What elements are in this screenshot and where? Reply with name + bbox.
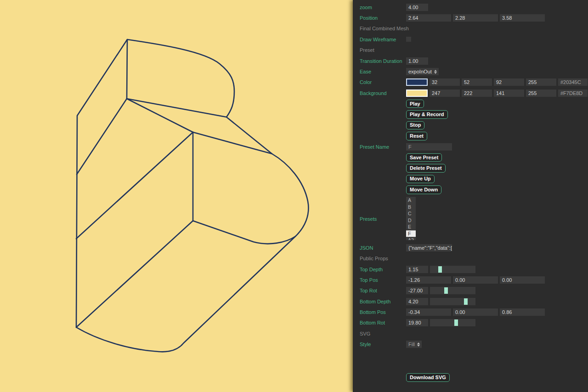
bottom-depth-slider[interactable] <box>430 298 475 305</box>
control-row-draw-wireframe: Draw Wireframe <box>353 34 588 45</box>
top-rot-input[interactable]: -27.00 <box>406 287 428 294</box>
bottom-depth-input[interactable]: 4.20 <box>406 298 428 305</box>
top-pos-y-input[interactable]: 0.00 <box>453 276 498 284</box>
json-label: JSON <box>360 245 406 251</box>
slider-thumb[interactable] <box>454 319 458 326</box>
preset-name-input[interactable]: F <box>406 143 452 151</box>
position-z-input[interactable]: 3.58 <box>500 14 545 22</box>
top-depth-label: Top Depth <box>360 267 406 272</box>
section-svg: SVG <box>353 328 588 339</box>
color-hex-input[interactable]: #20345C <box>558 78 588 86</box>
section-header: Final Combined Mesh <box>360 26 409 31</box>
bottom-pos-z-input[interactable]: 0.86 <box>500 308 545 316</box>
color-a-input[interactable]: 255 <box>526 78 556 86</box>
position-x-input[interactable]: 2.64 <box>406 14 451 22</box>
slider-thumb[interactable] <box>464 298 468 305</box>
control-row-bottom-rot: Bottom Rot 19.80 <box>353 318 588 328</box>
download-svg-button[interactable]: Download SVG <box>406 373 450 382</box>
play-button[interactable]: Play <box>406 100 424 108</box>
draw-wireframe-checkbox[interactable] <box>406 37 411 42</box>
presets-label: Presets <box>360 216 406 222</box>
zoom-label: zoom <box>360 5 406 10</box>
background-swatch[interactable] <box>406 90 428 97</box>
position-label: Position <box>360 15 406 21</box>
control-row-top-pos: Top Pos -1.26 0.00 0.00 <box>353 274 588 285</box>
style-select[interactable]: Fill <box>406 341 422 348</box>
background-label: Background <box>360 90 406 96</box>
stop-button[interactable]: Stop <box>406 121 424 130</box>
control-row-json: JSON {"name":"F","data":[{ <box>353 242 588 253</box>
edge-top-to-arc <box>127 99 226 117</box>
ease-label: Ease <box>360 69 406 74</box>
control-row-move-up: Move Up <box>353 174 588 184</box>
top-rot-label: Top Rot <box>360 288 406 293</box>
control-row-presets: Presets A B C D E F A2 <box>353 195 588 242</box>
control-row-move-down: Move Down <box>353 185 588 195</box>
background-b-input[interactable]: 141 <box>494 90 524 97</box>
ease-select[interactable]: expoInOut <box>406 68 439 75</box>
reset-button[interactable]: Reset <box>406 132 427 140</box>
transition-duration-label: Transition Duration <box>360 58 406 64</box>
control-row-bottom-depth: Bottom Depth 4.20 <box>353 296 588 307</box>
top-pos-x-input[interactable]: -1.26 <box>406 276 451 284</box>
edge-bottom-left <box>76 221 193 327</box>
updown-arrows-icon <box>434 70 437 74</box>
top-depth-slider[interactable] <box>430 266 475 273</box>
bottom-rot-slider[interactable] <box>430 319 475 326</box>
control-row-save-preset: Save Preset <box>353 152 588 162</box>
preset-item[interactable]: B <box>406 204 416 211</box>
section-public-props: Public Props <box>353 253 588 263</box>
zoom-input[interactable]: 4.00 <box>406 4 428 11</box>
edge-bowl-bottom <box>193 221 295 244</box>
top-depth-input[interactable]: 1.15 <box>406 266 428 273</box>
color-r-input[interactable]: 32 <box>430 78 460 86</box>
edge-top-vertical <box>127 39 127 99</box>
control-row-stop: Stop <box>353 120 588 130</box>
preset-item[interactable]: A <box>406 197 416 204</box>
color-label: Color <box>360 79 406 85</box>
preset-item-selected[interactable]: F <box>406 230 416 237</box>
play-and-record-button[interactable]: Play & Record <box>406 110 448 119</box>
bottom-rot-input[interactable]: 19.80 <box>406 319 428 326</box>
preset-item[interactable]: E <box>406 224 416 230</box>
position-y-input[interactable]: 2.28 <box>453 14 498 22</box>
json-input[interactable]: {"name":"F","data":[{ <box>406 244 452 252</box>
bottom-pos-y-input[interactable]: 0.00 <box>453 308 498 316</box>
bottom-pos-x-input[interactable]: -0.34 <box>406 308 451 316</box>
section-header: Public Props <box>360 256 388 261</box>
bottom-pos-label: Bottom Pos <box>360 309 406 315</box>
viewport-canvas[interactable] <box>0 0 353 392</box>
save-preset-button[interactable]: Save Preset <box>406 153 442 162</box>
control-row-zoom: zoom 4.00 <box>353 2 588 12</box>
control-row-top-depth: Top Depth 1.15 <box>353 264 588 274</box>
delete-preset-button[interactable]: Delete Preset <box>406 164 446 173</box>
preset-item[interactable]: A2 <box>406 237 416 240</box>
color-b-input[interactable]: 92 <box>494 78 524 86</box>
background-a-input[interactable]: 255 <box>526 90 556 97</box>
control-row-ease: Ease expoInOut <box>353 66 588 77</box>
preset-name-label: Preset Name <box>360 144 406 150</box>
preset-item[interactable]: C <box>406 210 416 217</box>
edge-top-left <box>77 99 127 174</box>
style-select-value: Fill <box>408 341 415 348</box>
preset-item[interactable]: D <box>406 217 416 224</box>
top-pos-z-input[interactable]: 0.00 <box>500 276 545 284</box>
color-swatch[interactable] <box>406 78 428 86</box>
background-g-input[interactable]: 222 <box>462 90 492 97</box>
move-down-button[interactable]: Move Down <box>406 185 441 194</box>
color-g-input[interactable]: 52 <box>462 78 492 86</box>
slider-thumb[interactable] <box>438 266 442 273</box>
bottom-depth-label: Bottom Depth <box>360 299 406 304</box>
transition-duration-input[interactable]: 1.00 <box>406 57 428 65</box>
top-rot-slider[interactable] <box>430 287 475 294</box>
move-up-button[interactable]: Move Up <box>406 175 435 184</box>
background-hex-input[interactable]: #F7DE8D <box>558 90 588 97</box>
app-window: zoom 4.00 Position 2.64 2.28 3.58 Final … <box>0 0 588 392</box>
control-row-background: Background 247 222 141 255 #F7DE8D <box>353 88 588 98</box>
background-r-input[interactable]: 247 <box>430 90 460 97</box>
slider-thumb[interactable] <box>444 287 448 294</box>
presets-listbox[interactable]: A B C D E F A2 <box>406 197 416 240</box>
ease-select-value: expoInOut <box>408 68 432 75</box>
control-row-preset-name: Preset Name F <box>353 141 588 152</box>
control-row-play-record: Play & Record <box>353 109 588 120</box>
